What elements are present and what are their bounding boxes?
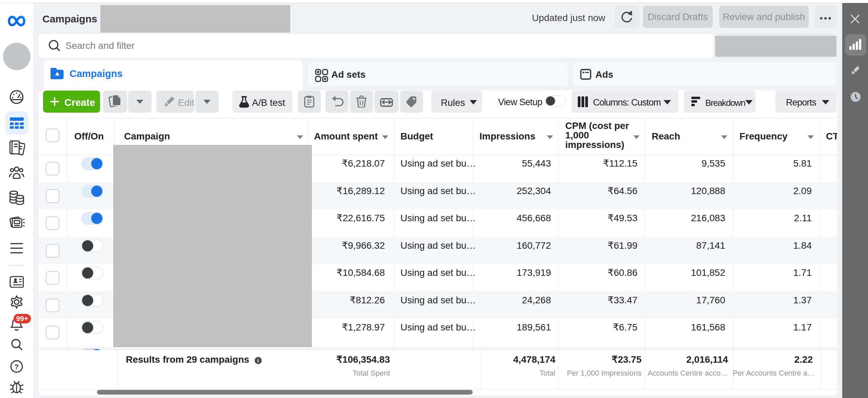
svg-text:?: ?	[15, 363, 19, 371]
